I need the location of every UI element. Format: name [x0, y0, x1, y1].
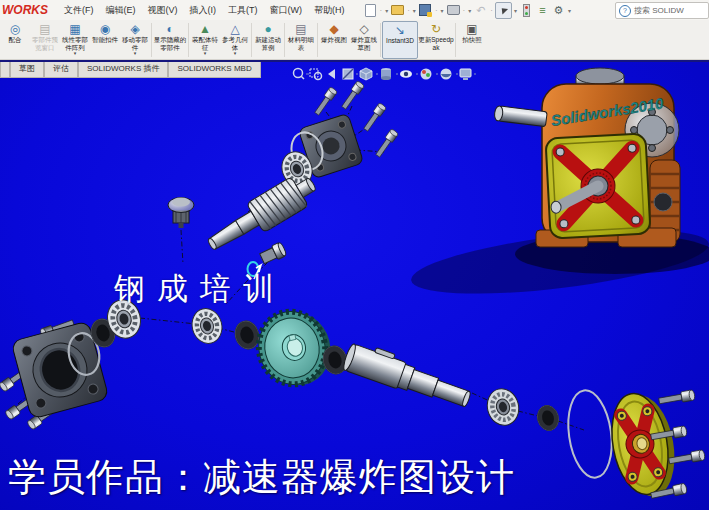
file-properties-button[interactable]: ≡ [535, 3, 550, 18]
seal-ring[interactable] [535, 403, 562, 433]
rebuild-icon [523, 4, 530, 17]
ball-bearing[interactable] [188, 305, 226, 347]
explode-line-sketch-button[interactable]: ◇爆炸直线草图 [349, 21, 379, 59]
undo-icon: ↶ [476, 4, 485, 17]
section-view-icon[interactable] [343, 69, 353, 79]
worm-gear[interactable] [251, 303, 338, 393]
solidworks-logo: WORKS [2, 3, 48, 17]
instant3d-icon: ↘ [395, 23, 405, 37]
show-hidden-icon: ◐ [166, 22, 173, 36]
smart-fasteners-button[interactable]: ◉智能扣件 [90, 21, 120, 59]
bom-icon: ▤ [295, 22, 306, 36]
reference-geometry-button[interactable]: △参考几何体▾ [220, 21, 250, 59]
reference-geometry-icon: △ [230, 22, 239, 36]
solidworks-window: WORKS 文件(F) 编辑(E) 视图(V) 插入(I) 工具(T) 窗口(W… [0, 0, 709, 510]
mate-icon: ◎ [10, 22, 20, 36]
gear-icon: ⚙ [554, 4, 564, 17]
new-motion-study-button[interactable]: ●新建运动算例 [253, 21, 283, 59]
heads-up-toolbar [294, 68, 477, 80]
update-speedpak-button[interactable]: ↻更新Speedpak [418, 21, 454, 59]
worm-shaft[interactable] [201, 169, 321, 260]
menu-edit[interactable]: 编辑(E) [100, 0, 142, 20]
oil-plug[interactable] [259, 242, 287, 266]
undo-button[interactable]: ↶ [473, 3, 488, 18]
view-settings-icon[interactable] [460, 69, 471, 80]
caption-text: 学员作品：减速器爆炸图设计 [8, 452, 515, 503]
linear-pattern-icon: ▦ [69, 22, 80, 36]
new-document-icon [365, 4, 376, 17]
assembly-features-icon: ▲ [199, 22, 211, 36]
preview-window-icon: ▤ [39, 22, 50, 36]
smart-fasteners-icon: ◉ [100, 22, 110, 36]
motion-study-icon: ● [264, 22, 271, 36]
show-hidden-components-button[interactable]: ◐显示隐藏的零部件 [153, 21, 187, 59]
take-snapshot-button[interactable]: ▣拍快照 [457, 21, 487, 59]
options-button[interactable]: ⚙ [551, 3, 566, 18]
watermark-text: 钢成培训 [114, 268, 286, 310]
save-icon [419, 4, 431, 16]
search-input[interactable]: 搜索 SOLIDW [634, 5, 684, 16]
properties-icon: ≡ [539, 4, 545, 16]
zoom-area-icon[interactable] [310, 69, 322, 80]
move-component-button[interactable]: ◈移动零部件▾ [120, 21, 150, 59]
component-preview-button[interactable]: ▤零部件预览窗口 [30, 21, 60, 59]
open-button[interactable] [390, 3, 405, 18]
bill-of-materials-button[interactable]: ▤材料明细表 [286, 21, 316, 59]
command-manager: ◎配合 ▤零部件预览窗口 ▦线性零部件阵列▾ ◉智能扣件 ◈移动零部件▾ ◐显示… [0, 20, 709, 60]
move-component-icon: ◈ [130, 22, 139, 36]
display-style-icon[interactable] [381, 68, 391, 80]
model-scene[interactable]: Solidworks2010 [0, 62, 709, 510]
menu-bar: WORKS 文件(F) 编辑(E) 视图(V) 插入(I) 工具(T) 窗口(W… [0, 0, 709, 21]
menu-file[interactable]: 文件(F) [58, 0, 100, 20]
assembled-gearbox[interactable]: Solidworks2010 [494, 68, 680, 247]
menu-view[interactable]: 视图(V) [142, 0, 184, 20]
explode-line-icon: ◇ [359, 22, 368, 36]
save-button[interactable] [418, 3, 433, 18]
bolt[interactable] [313, 87, 338, 117]
hide-show-icon[interactable] [400, 70, 412, 78]
menu-window[interactable]: 窗口(W) [264, 0, 309, 20]
bolt[interactable] [374, 129, 399, 159]
menu-tools[interactable]: 工具(T) [222, 0, 264, 20]
tapered-bearing[interactable] [483, 385, 523, 429]
cover-gasket-o-ring[interactable] [563, 388, 617, 481]
bolt[interactable] [658, 390, 695, 407]
menu-insert[interactable]: 插入(I) [184, 0, 223, 20]
search-box[interactable]: ? 搜索 SOLIDW [615, 2, 709, 19]
menu-help[interactable]: 帮助(H) [308, 0, 351, 20]
bolt[interactable] [340, 81, 365, 111]
update-speedpak-icon: ↻ [431, 22, 441, 36]
input-shaft[interactable] [494, 105, 547, 126]
snapshot-camera-icon: ▣ [466, 22, 477, 36]
view-orientation-icon[interactable] [360, 68, 372, 80]
help-icon[interactable]: ? [619, 5, 631, 17]
bolt[interactable] [362, 103, 387, 133]
spacer-ring[interactable] [232, 319, 261, 352]
output-shaft[interactable] [342, 339, 475, 413]
quick-access-toolbar: ·▾ ·▾ ·▾ ·▾ ↶· ▾ ≡ ⚙▾ [363, 2, 572, 19]
yellow-cover-with-bracket[interactable] [605, 388, 682, 502]
front-cover-plate[interactable] [545, 133, 650, 238]
side-plug[interactable] [654, 193, 672, 211]
select-arrow-icon [499, 5, 508, 14]
exploded-view-button[interactable]: ◆爆炸视图 [319, 21, 349, 59]
assembly-features-button[interactable]: ▲装配体特征▾ [190, 21, 220, 59]
appearance-icon[interactable] [421, 69, 432, 80]
open-icon [391, 5, 404, 15]
previous-view-icon[interactable] [328, 69, 335, 79]
select-button[interactable] [495, 2, 512, 19]
graphics-area[interactable]: 草图 评估 SOLIDWORKS 插件 SOLIDWORKS MBD [0, 60, 709, 510]
print-button[interactable] [446, 3, 461, 18]
zoom-fit-icon[interactable] [294, 69, 305, 80]
rebuild-button[interactable] [519, 3, 534, 18]
print-icon [447, 5, 460, 15]
vent-cap[interactable] [168, 198, 194, 229]
scene-icon[interactable] [441, 69, 452, 80]
instant3d-button[interactable]: ↘Instant3D [382, 21, 418, 59]
mate-button[interactable]: ◎配合 [0, 21, 30, 59]
exploded-view-icon: ◆ [329, 22, 338, 36]
linear-pattern-button[interactable]: ▦线性零部件阵列▾ [60, 21, 90, 59]
new-document-button[interactable] [363, 3, 378, 18]
